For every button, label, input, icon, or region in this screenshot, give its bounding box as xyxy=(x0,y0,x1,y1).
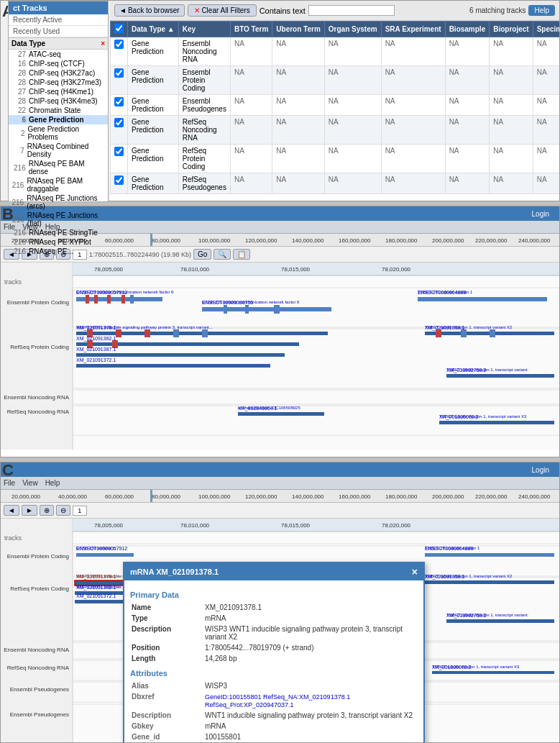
col-header-biosample[interactable]: Biosample xyxy=(445,22,490,37)
cell-2: NA xyxy=(324,116,381,145)
cell-key: Ensembl Pseudogenes xyxy=(178,95,230,116)
row-checkbox-5[interactable] xyxy=(114,176,124,185)
track-list-item[interactable]: 6Gene Prediction xyxy=(9,115,108,124)
track-list-item[interactable]: 216RNAseq PE BAM dense xyxy=(9,159,108,176)
menu-help-c[interactable]: Help xyxy=(45,479,60,487)
table-row[interactable]: Gene PredictionRefSeq Protein CodingNANA… xyxy=(111,145,560,173)
svg-text:CCN6-201 cellular communicatio: CCN6-201 cellular communication network … xyxy=(202,300,300,304)
cell-0: NA xyxy=(230,173,272,194)
svg-text:120,000,000: 120,000,000 xyxy=(245,493,277,500)
track-list-item[interactable]: 216RNAseq PE Junctions (arcs) xyxy=(9,193,108,211)
primary-data-table: Name XM_021091378.1 Type mRNA Descriptio… xyxy=(130,601,418,665)
clear-all-filters-button[interactable]: ✕ Clear All Filters xyxy=(188,4,257,17)
svg-rect-113 xyxy=(76,553,134,557)
field-position: Position 1:78005442...78019709 (+ strand… xyxy=(132,643,416,652)
svg-rect-128 xyxy=(75,600,127,603)
track-list-item[interactable]: 216RNAseq PE BAM draggable xyxy=(9,176,108,193)
svg-text:140,000,000: 140,000,000 xyxy=(292,237,324,244)
row-checkbox-2[interactable] xyxy=(114,97,124,106)
svg-text:TUBET tubulin epsilon 1, trans: TUBET tubulin epsilon 1, transcript vari… xyxy=(425,325,513,329)
panel-a: A ct Tracks Recently Active Recently Use… xyxy=(0,0,560,201)
sidebar-recently-used[interactable]: Recently Used xyxy=(9,26,108,37)
svg-rect-67 xyxy=(490,329,495,337)
cell-5: NA xyxy=(490,37,533,66)
track-list-item[interactable]: 216RNAseq PE XYPlot xyxy=(9,237,108,247)
panel-c-label: C xyxy=(2,462,14,480)
col-header-bioproject[interactable]: Bioproject xyxy=(490,22,533,37)
svg-text:120,000,000: 120,000,000 xyxy=(245,237,277,244)
svg-text:100,000,000: 100,000,000 xyxy=(198,493,231,500)
svg-rect-56 xyxy=(76,342,299,346)
svg-rect-52 xyxy=(173,329,179,337)
mrna-popup-close-button[interactable]: × xyxy=(412,566,418,578)
cell-type: Gene Prediction xyxy=(128,95,179,116)
track-list-item[interactable]: 28ChIP-seq (H3K27me3) xyxy=(9,78,108,87)
track-list-item[interactable]: 216RNAseq PE... xyxy=(9,247,108,256)
select-all-checkbox[interactable] xyxy=(114,24,124,33)
col-header-bto-term[interactable]: BTO Term xyxy=(230,22,272,37)
svg-rect-98 xyxy=(150,490,152,503)
svg-text:TUBET tubulin epsilon 1, trans: TUBET tubulin epsilon 1, transcript vari… xyxy=(446,613,528,617)
menu-file-c[interactable]: File xyxy=(4,479,15,487)
zoom-out-button-c[interactable]: ⊖ xyxy=(56,505,70,516)
row-checkbox-4[interactable] xyxy=(114,147,124,156)
field-type: Type mRNA xyxy=(132,614,416,623)
help-button[interactable]: Help xyxy=(528,5,555,16)
contains-input[interactable] xyxy=(308,5,395,16)
col-header-organ-system[interactable]: Organ System xyxy=(324,22,381,37)
col-header-specimen-tag[interactable]: Specimen Tag xyxy=(533,22,559,37)
mrna-popup-content: Primary Data Name XM_021091378.1 Type mR… xyxy=(124,580,423,743)
track-list-item[interactable]: 27ChIP-seq (H4Kme1) xyxy=(9,87,108,96)
svg-text:Ensembl Pseudogenes: Ensembl Pseudogenes xyxy=(10,686,69,693)
table-row[interactable]: Gene PredictionEnsembl Protein CodingNAN… xyxy=(111,66,560,95)
login-button-b[interactable]: Login xyxy=(526,209,555,219)
nav-left-button-c[interactable]: ◄ xyxy=(4,505,19,516)
track-list-item[interactable]: 216RNAseq PE StringTie xyxy=(9,228,108,237)
nav-right-button-c[interactable]: ► xyxy=(22,505,37,516)
table-row[interactable]: Gene PredictionEnsembl Noncoding RNANANA… xyxy=(111,37,560,66)
filter-toolbar: ◄ Back to browser ✕ Clear All Filters Co… xyxy=(110,1,559,21)
menu-view-c[interactable]: View xyxy=(22,479,38,487)
svg-text:uncharacterized LOC106508925: uncharacterized LOC106508925 xyxy=(238,406,300,410)
login-button-c[interactable]: Login xyxy=(526,465,555,475)
svg-text:tracks: tracks xyxy=(4,534,22,542)
table-row[interactable]: Gene PredictionRefSeq Noncoding RNANANAN… xyxy=(111,116,560,145)
zoom-level-input-c[interactable] xyxy=(73,506,87,516)
match-count: 6 matching tracks xyxy=(469,6,525,14)
go-button-b[interactable]: Go xyxy=(193,249,211,260)
track-list-title: Data Type xyxy=(12,40,45,47)
row-checkbox-0[interactable] xyxy=(114,40,124,49)
track-list-item[interactable]: 28ChIP-seq (H3K4me3) xyxy=(9,96,108,106)
close-icon[interactable]: × xyxy=(101,40,105,47)
table-row[interactable]: Gene PredictionEnsembl PseudogenesNANANA… xyxy=(111,95,560,116)
track-list-item[interactable]: 216RNAseq PE Junctions (flat) xyxy=(9,211,108,228)
zoom-in-button-c[interactable]: ⊕ xyxy=(40,505,54,516)
col-header-uberon-term[interactable]: Uberon Term xyxy=(272,22,325,37)
back-to-browser-button[interactable]: ◄ Back to browser xyxy=(114,4,185,17)
table-row[interactable]: Gene PredictionRefSeq PseudogenesNANANAN… xyxy=(111,173,560,194)
track-list-item[interactable]: 22Chromatin State xyxy=(9,106,108,115)
svg-text:78,020,000: 78,020,000 xyxy=(382,266,411,273)
cell-1: NA xyxy=(272,95,325,116)
svg-text:XM_021091382.1: XM_021091382.1 xyxy=(76,336,116,342)
row-checkbox-3[interactable] xyxy=(114,118,124,127)
col-header-sra-experiment[interactable]: SRA Experiment xyxy=(381,22,445,37)
search-button-b[interactable]: 🔍 xyxy=(214,249,231,260)
col-header-key[interactable]: Key xyxy=(178,22,230,37)
row-checkbox-1[interactable] xyxy=(114,68,124,78)
attr-gbkey: Gbkey mRNA xyxy=(132,721,416,731)
cell-4: NA xyxy=(445,66,490,95)
track-list-item[interactable]: 27ATAC-seq xyxy=(9,50,108,59)
sidebar-recently-active[interactable]: Recently Active xyxy=(9,14,108,26)
track-list-item[interactable]: 16ChIP-seq (CTCF) xyxy=(9,59,108,68)
cell-2: NA xyxy=(324,66,381,95)
col-header-data-type[interactable]: Data Type ▲ xyxy=(128,22,179,37)
track-list-item[interactable]: 28ChIP-seq (H3K27ac) xyxy=(9,68,108,78)
track-list-item[interactable]: 7RNAseq Combined Density xyxy=(9,142,108,159)
svg-text:220,000,000: 220,000,000 xyxy=(475,237,508,244)
clipboard-button-b[interactable]: 📋 xyxy=(233,249,250,260)
svg-rect-79 xyxy=(238,412,324,416)
track-list-item[interactable]: 2Gene Prediction Problems xyxy=(9,124,108,142)
svg-text:Ensembl Noncoding RNA: Ensembl Noncoding RNA xyxy=(4,394,69,401)
back-arrow-icon: ◄ xyxy=(119,6,127,14)
